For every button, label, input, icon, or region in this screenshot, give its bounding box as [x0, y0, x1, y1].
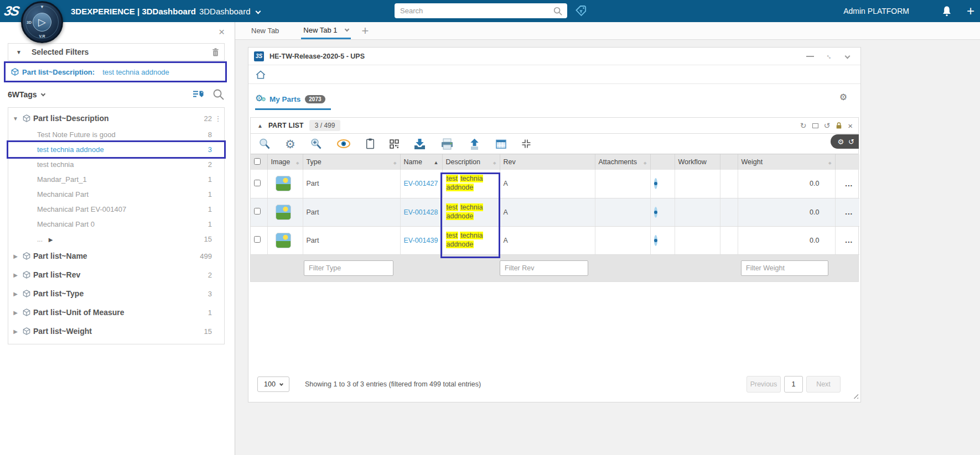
row-checkbox[interactable] — [254, 236, 261, 243]
expand-triangle-icon[interactable]: ▶ — [8, 310, 23, 316]
column-settings-pill[interactable]: ⚙ ↺ — [831, 134, 859, 149]
select-all-checkbox[interactable] — [254, 158, 261, 165]
filter-type-input[interactable] — [304, 260, 393, 276]
filter-rev-input[interactable] — [500, 260, 588, 276]
zoom-in-icon[interactable] — [310, 138, 322, 150]
tree-item[interactable]: Mechanical Part EV-001407 1 — [8, 202, 224, 217]
sort-icon[interactable]: ◆ — [296, 161, 299, 165]
add-icon[interactable]: + — [967, 4, 974, 18]
sort-icon[interactable]: ◆ — [493, 161, 496, 165]
row-checkbox[interactable] — [254, 180, 261, 186]
tree-item[interactable]: Mechanical Part 1 — [8, 187, 224, 202]
tree-group-weight[interactable]: ▶ Part list~Weight 15 — [8, 322, 224, 341]
previous-page-button[interactable]: Previous — [746, 376, 781, 393]
expand-triangle-icon[interactable]: ▶ — [8, 291, 23, 297]
clipboard-icon[interactable] — [365, 138, 375, 150]
settings-gear-icon[interactable]: ⚙ — [837, 138, 844, 146]
collapse-up-icon[interactable]: ▲ — [257, 123, 263, 129]
next-page-button[interactable]: Next — [806, 376, 841, 393]
tree-item[interactable]: Test Note Future is good 8 — [8, 127, 224, 142]
kebab-icon[interactable]: ⋮ — [212, 114, 224, 123]
row-actions-button[interactable]: ... — [835, 170, 859, 198]
collapse-triangle-icon[interactable]: ▼ — [8, 116, 23, 122]
tab-my-parts[interactable]: ⚙⚙ My Parts 2073 — [255, 94, 331, 110]
sort-icon[interactable]: ◆ — [393, 161, 396, 165]
part-thumbnail[interactable] — [276, 205, 291, 220]
trash-icon[interactable] — [211, 48, 220, 57]
expand-triangle-icon[interactable]: ▶ — [8, 272, 23, 278]
six-w-tags-label[interactable]: 6WTags — [8, 90, 37, 99]
list-tag-icon[interactable] — [193, 90, 205, 100]
visibility-eye-icon[interactable] — [654, 235, 657, 246]
current-page-button[interactable]: 1 — [784, 376, 803, 393]
row-actions-button[interactable]: ... — [835, 198, 859, 226]
sort-icon[interactable]: ◆ — [644, 161, 646, 165]
tree-group-name[interactable]: ▶ Part list~Name 499 — [8, 247, 224, 265]
visibility-eye-icon[interactable] — [654, 207, 657, 218]
refresh-icon[interactable]: ↻ — [800, 121, 807, 130]
table-row[interactable]: Part EV-001428 test techniaaddnode A 0.0… — [251, 198, 859, 226]
tree-group-type[interactable]: ▶ Part list~Type 3 — [8, 284, 224, 303]
close-icon[interactable]: × — [219, 27, 225, 37]
user-name[interactable]: Admin PLATFORM — [843, 7, 909, 15]
row-actions-button[interactable]: ... — [835, 226, 859, 254]
maximize-icon[interactable] — [812, 123, 818, 128]
expand-triangle-icon[interactable]: ▶ — [47, 237, 53, 243]
chevron-down-icon[interactable] — [40, 91, 45, 96]
chevron-down-icon[interactable] — [255, 8, 261, 14]
print-icon[interactable] — [440, 138, 454, 150]
filter-weight-input[interactable] — [741, 260, 828, 276]
upload-icon[interactable] — [468, 138, 481, 150]
tree-group-rev[interactable]: ▶ Part list~Rev 2 — [8, 265, 224, 284]
tree-item[interactable]: Mechanical Part 0 1 — [8, 217, 224, 232]
expand-triangle-icon[interactable]: ▶ — [8, 253, 23, 259]
collapse-triangle-icon[interactable]: ▼ — [16, 49, 22, 55]
tree-group-description[interactable]: ▼ Part list~Description 22 ⋮ — [8, 109, 224, 127]
close-icon[interactable]: × — [848, 121, 853, 130]
add-tab-icon[interactable]: + — [362, 24, 369, 38]
tab-new-tab[interactable]: New Tab — [249, 22, 281, 39]
expand-triangle-icon[interactable]: ▶ — [8, 328, 23, 334]
search-input[interactable] — [395, 7, 553, 15]
chevron-down-icon[interactable] — [344, 27, 349, 31]
bell-icon[interactable] — [941, 6, 952, 17]
tree-item-more[interactable]: ... ▶ 15 — [8, 232, 224, 247]
table-row[interactable]: Part EV-001427 test techniaaddnode A 0.0… — [251, 170, 859, 198]
compass-play-icon[interactable]: ▷ — [33, 13, 51, 32]
minimize-icon[interactable] — [806, 56, 814, 57]
table-row[interactable]: Part EV-001439 test techniaaddnode A 0.0… — [251, 226, 859, 254]
chevron-down-icon[interactable] — [845, 54, 851, 59]
qr-icon[interactable] — [390, 139, 399, 149]
tree-group-uom[interactable]: ▶ Part list~Unit of Measure 1 — [8, 303, 224, 322]
zoom-icon[interactable] — [258, 138, 271, 150]
tree-item-selected[interactable]: test technia addnode 3 — [8, 142, 224, 157]
widget-settings-gear-icon[interactable]: ⚙ — [839, 92, 847, 102]
lock-icon[interactable] — [836, 122, 842, 129]
reset-icon[interactable]: ↺ — [848, 138, 854, 146]
expand-icon[interactable]: ↔ — [825, 51, 836, 62]
tag-filter-icon[interactable] — [574, 4, 588, 18]
settings-gear-icon[interactable]: ⚙ — [285, 138, 295, 150]
collapse-icon[interactable] — [521, 139, 531, 149]
active-filter-chip[interactable]: Part list~Description: test technia addn… — [6, 63, 225, 81]
tree-item[interactable]: Mandar_Part_1 1 — [8, 172, 224, 187]
page-size-select[interactable]: 100 — [257, 376, 289, 392]
compass-widget[interactable]: ▼ 3D V.R ▷ — [21, 1, 63, 43]
eye-icon[interactable] — [336, 139, 351, 149]
tree-item[interactable]: test technia 2 — [8, 157, 224, 172]
search-in-tags-icon[interactable] — [212, 88, 225, 101]
part-thumbnail[interactable] — [276, 176, 291, 191]
home-icon[interactable] — [255, 70, 266, 80]
search-icon[interactable] — [553, 6, 563, 16]
download-icon[interactable] — [413, 138, 426, 150]
undo-icon[interactable]: ↺ — [824, 121, 831, 130]
table-icon[interactable] — [495, 139, 507, 149]
part-thumbnail[interactable] — [276, 233, 291, 248]
global-search[interactable] — [395, 3, 567, 18]
part-link[interactable]: EV-001427 — [404, 180, 438, 187]
part-link[interactable]: EV-001439 — [404, 237, 438, 244]
sort-icon[interactable]: ◆ — [828, 161, 831, 165]
visibility-eye-icon[interactable] — [654, 178, 657, 189]
row-checkbox[interactable] — [254, 208, 261, 215]
tab-new-tab-1[interactable]: New Tab 1 — [301, 22, 350, 39]
